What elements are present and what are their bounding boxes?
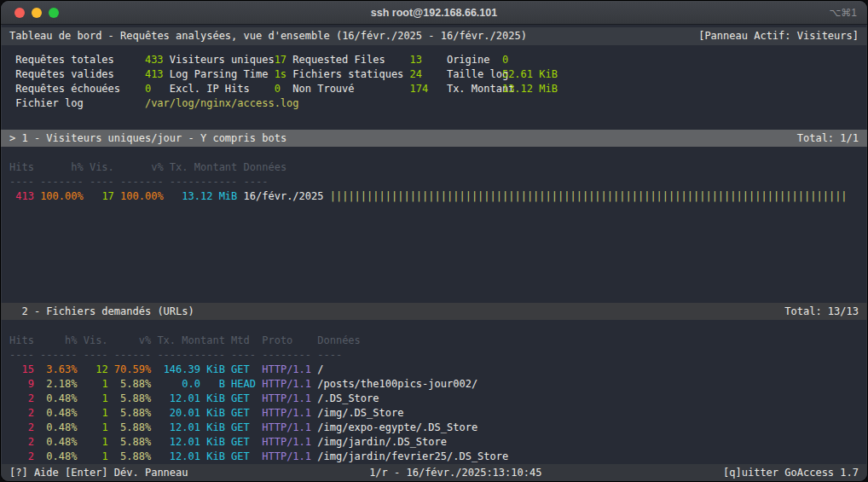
summary-value: 1s: [275, 67, 293, 82]
summary-value: 413: [145, 67, 170, 82]
hits-percent: 0.48%: [34, 436, 78, 448]
tx-amount: 12.01 KiB: [151, 450, 225, 462]
http-protocol: HTTP/1.1: [262, 363, 311, 375]
summary-label: Fichiers statiques: [292, 67, 409, 82]
visitors-percent: 5.88%: [108, 407, 152, 419]
http-protocol: HTTP/1.1: [262, 392, 311, 404]
quit-hint: [q]uitter GoAccess 1.7: [723, 466, 859, 480]
window-title: ssh root@192.168.66.101: [1, 7, 867, 19]
panel-header-visitors[interactable]: > 1 - Visiteurs uniques/jour - Y compris…: [1, 130, 867, 147]
hits-percent: 2.18%: [34, 378, 78, 390]
visitors-value: 17: [84, 190, 114, 202]
url-value: /img/expo-egypte/.DS_Store: [311, 421, 477, 433]
table-row[interactable]: 15 3.63% 12 70.59% 146.39 KiB GET HTTP/1…: [9, 363, 859, 377]
hits-percent: 3.63%: [34, 363, 78, 375]
zoom-button[interactable]: [49, 8, 59, 18]
visitors-value: 12: [77, 363, 107, 375]
table-row[interactable]: 2 0.48% 1 5.88% 12.01 KiB GET HTTP/1.1 /…: [9, 421, 859, 435]
http-protocol: HTTP/1.1: [262, 450, 311, 462]
visitors-value: 1: [77, 421, 107, 433]
http-method: GET: [225, 407, 262, 419]
summary-value: 174: [410, 82, 447, 96]
panel2-title: 2 - Fichiers demandés (URLs): [9, 305, 194, 319]
table-row[interactable]: 2 0.48% 1 5.88% 12.01 KiB GET HTTP/1.1 /…: [9, 450, 859, 464]
panel2-column-dashes: ---- ------ ---- ------ ----------- ----…: [1, 348, 867, 363]
summary-label: Requêtes échouées: [15, 82, 145, 96]
http-method: GET: [225, 450, 262, 462]
summary-label: Tx. Montant: [447, 82, 502, 96]
summary-label: Requêtes totales: [15, 53, 145, 67]
hits-value: 2: [9, 407, 34, 419]
visitors-value: 1: [77, 392, 107, 404]
http-method: GET: [225, 421, 262, 433]
summary-label: Visiteurs uniques: [170, 53, 275, 67]
summary-label: Non Trouvé: [292, 82, 409, 96]
tx-amount: 12.01 KiB: [151, 421, 225, 433]
http-protocol: HTTP/1.1: [262, 421, 311, 433]
visitors-percent: 70.59%: [108, 363, 152, 375]
tx-amount: 146.39 KiB: [151, 363, 225, 375]
close-button[interactable]: [14, 8, 25, 18]
window-controls: [14, 1, 59, 25]
log-file-path: /var/log/nginx/access.log: [145, 96, 299, 111]
hits-percent: 0.48%: [34, 407, 78, 419]
url-value: /img/.DS_Store: [311, 407, 403, 419]
panel2-rows: 15 3.63% 12 70.59% 146.39 KiB GET HTTP/1…: [1, 363, 867, 464]
summary-log-row: Fichier log/var/log/nginx/access.log: [15, 96, 867, 111]
summary-value: 433: [145, 53, 170, 67]
summary-value: 0: [145, 82, 170, 96]
summary-value: 17: [275, 53, 293, 67]
summary-label: Taille log: [447, 67, 502, 82]
hits-value: 2: [9, 436, 34, 448]
panel1-column-headers: Hits h% Vis. v% Tx. Montant Données: [1, 160, 867, 175]
hits-percent: 0.48%: [34, 392, 78, 404]
hits-value: 15: [9, 363, 34, 375]
hits-percent: 0.48%: [34, 421, 78, 433]
panel1-total: Total: 1/1: [797, 131, 859, 146]
active-panel-indicator: [Panneau Actif: Visiteurs]: [698, 29, 859, 44]
terminal-window: ssh root@192.168.66.101 ⌥⌘1 Tableau de b…: [0, 0, 868, 482]
summary-value: 24: [410, 67, 447, 82]
dashboard-header: Tableau de bord - Requêtes analysées, vu…: [1, 27, 867, 45]
panel1-data-row[interactable]: 413 100.00% 17 100.00% 13.12 MiB 16/févr…: [1, 189, 867, 204]
titlebar: ssh root@192.168.66.101 ⌥⌘1: [1, 1, 867, 25]
summary-label: Origine: [447, 53, 502, 67]
tx-amount: 0.0 B: [151, 378, 225, 390]
visitors-percent: 5.88%: [108, 450, 152, 462]
visitors-percent: 5.88%: [108, 378, 152, 390]
visitors-value: 1: [77, 450, 107, 462]
summary-row: Requêtes valides413Log Parsing Time1sFic…: [15, 67, 867, 82]
visitors-value: 1: [77, 407, 107, 419]
summary-value: 13: [410, 53, 447, 67]
panel1-column-dashes: ---- ------- ---- ------- ----------- --…: [1, 175, 867, 189]
hits-percent: 0.48%: [34, 450, 78, 462]
status-bar: [?] Aide [Enter] Dév. Panneau 1/r - 16/f…: [1, 464, 867, 481]
http-protocol: HTTP/1.1: [262, 436, 311, 448]
table-row[interactable]: 2 0.48% 1 5.88% 12.01 KiB GET HTTP/1.1 /…: [9, 435, 859, 450]
hits-value: 2: [9, 421, 34, 433]
tab-shortcut-icon: ⌥⌘1: [829, 1, 857, 25]
hits-percent: 100.00%: [34, 190, 84, 202]
http-method: GET: [225, 436, 262, 448]
summary-row: Requêtes échouées0Excl. IP Hits0Non Trou…: [15, 82, 867, 96]
http-method: HEAD: [225, 378, 262, 390]
hits-value: 9: [9, 378, 34, 390]
summary-label: Excl. IP Hits: [170, 82, 275, 96]
http-protocol: HTTP/1.1: [262, 378, 311, 390]
url-value: /: [311, 363, 323, 375]
minimize-button[interactable]: [32, 8, 42, 18]
url-value: /.DS_Store: [311, 392, 379, 404]
dashboard-title: Tableau de bord - Requêtes analysées, vu…: [9, 29, 527, 44]
visitors-percent: 5.88%: [108, 421, 152, 433]
table-row[interactable]: 9 2.18% 1 5.88% 0.0 B HEAD HTTP/1.1 /pos…: [9, 377, 859, 392]
summary-value: 52.61 KiB: [502, 67, 558, 82]
visitors-percent: 100.00%: [114, 190, 164, 202]
table-row[interactable]: 2 0.48% 1 5.88% 20.01 KiB GET HTTP/1.1 /…: [9, 406, 859, 421]
panel-header-requested-files[interactable]: 2 - Fichiers demandés (URLs) Total: 13/1…: [1, 303, 867, 320]
visitors-percent: 5.88%: [108, 392, 152, 404]
summary-value: 0: [502, 53, 508, 67]
table-row[interactable]: 2 0.48% 1 5.88% 12.01 KiB GET HTTP/1.1 /…: [9, 392, 859, 406]
terminal-screen[interactable]: Tableau de bord - Requêtes analysées, vu…: [1, 25, 867, 481]
summary-label: Requêtes valides: [15, 67, 145, 82]
panel1-title: > 1 - Visiteurs uniques/jour - Y compris…: [9, 131, 286, 146]
